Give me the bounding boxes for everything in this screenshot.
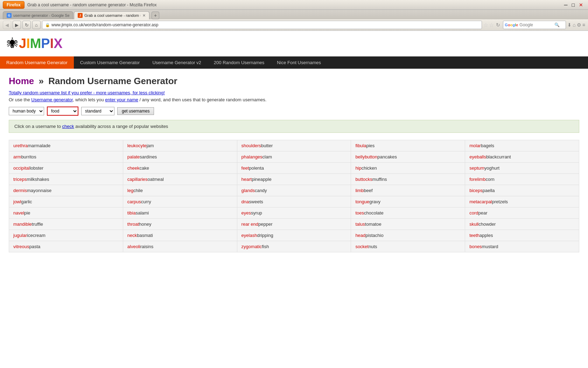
- username-cell[interactable]: zygomaticfish: [237, 241, 351, 252]
- username-cell[interactable]: rear endpepper: [237, 219, 351, 230]
- search-submit-icon[interactable]: 🔍: [554, 22, 560, 27]
- username-cell[interactable]: fibulapies: [351, 140, 465, 151]
- download-icon[interactable]: ⬇: [567, 22, 572, 28]
- nav-random-username[interactable]: Random Username Generator: [0, 56, 74, 69]
- username-generator-link[interactable]: Username generator: [31, 97, 73, 102]
- body-part-text: leg: [127, 188, 133, 193]
- username-cell[interactable]: heartpineapple: [237, 174, 351, 185]
- username-cell[interactable]: talustomatoe: [351, 219, 465, 230]
- username-cell[interactable]: urethramarmalade: [9, 140, 123, 151]
- username-cell[interactable]: alveoliraisins: [123, 241, 237, 252]
- totally-random-link[interactable]: Totally random username list if you pref…: [9, 90, 165, 95]
- get-usernames-button[interactable]: get usernames: [117, 107, 154, 115]
- username-cell[interactable]: eyessyrup: [237, 207, 351, 219]
- username-cell[interactable]: palatesardines: [123, 151, 237, 163]
- tab-jimpix[interactable]: J Grab a cool username - random user... …: [74, 11, 149, 19]
- username-cell[interactable]: limbbeef: [351, 185, 465, 196]
- food-part-text: chicken: [362, 165, 377, 171]
- username-cell[interactable]: bellybuttonpancakes: [351, 151, 465, 163]
- username-cell[interactable]: bicepspaella: [465, 185, 579, 196]
- check-availability-link[interactable]: check: [62, 124, 74, 129]
- username-cell[interactable]: glandscandy: [237, 185, 351, 196]
- food-part-text: dripping: [257, 233, 273, 238]
- username-cell[interactable]: jugularicecream: [9, 230, 123, 241]
- username-cell[interactable]: shouldersbutter: [237, 140, 351, 151]
- username-cell[interactable]: tibiasalami: [123, 207, 237, 219]
- menu-icon[interactable]: ≡: [582, 22, 585, 28]
- username-cell[interactable]: cheekcake: [123, 163, 237, 174]
- username-cell[interactable]: septumyoghurt: [465, 163, 579, 174]
- username-cell[interactable]: socketnuts: [351, 241, 465, 252]
- username-cell[interactable]: eyelashdripping: [237, 230, 351, 241]
- window-close[interactable]: ✕: [577, 2, 585, 8]
- home-icon2[interactable]: ⌂: [573, 22, 575, 28]
- username-cell[interactable]: navelpie: [9, 207, 123, 219]
- username-cell[interactable]: tonguegravy: [351, 196, 465, 207]
- username-cell[interactable]: occipitallobster: [9, 163, 123, 174]
- username-cell[interactable]: neckbasmati: [123, 230, 237, 241]
- username-cell[interactable]: capillariesoatmeal: [123, 174, 237, 185]
- search-bar[interactable]: Google 🔍: [503, 21, 566, 29]
- logo-j: J: [19, 36, 26, 51]
- back-button[interactable]: ◀: [3, 21, 11, 29]
- food-dropdown[interactable]: food colours adjectives verbs names: [47, 107, 78, 116]
- username-cell[interactable]: throathoney: [123, 219, 237, 230]
- window-maximize[interactable]: □: [570, 2, 577, 8]
- username-cell[interactable]: teethapples: [465, 230, 579, 241]
- username-cell[interactable]: phalangesclam: [237, 151, 351, 163]
- search-input[interactable]: [519, 22, 554, 27]
- username-cell[interactable]: molarbagels: [465, 140, 579, 151]
- food-part-text: pasta: [29, 244, 41, 249]
- firefox-button[interactable]: Firefox: [3, 1, 24, 9]
- nav-username-v2[interactable]: Username Generator v2: [146, 56, 207, 69]
- username-cell[interactable]: armburritos: [9, 151, 123, 163]
- username-cell[interactable]: jowlgarlic: [9, 196, 123, 207]
- food-part-text: lobster: [30, 165, 43, 171]
- username-cell[interactable]: leukocytejam: [123, 140, 237, 151]
- body-part-text: jugular: [13, 233, 27, 238]
- home-button[interactable]: ⌂: [32, 21, 41, 29]
- username-cell[interactable]: bonesmustard: [465, 241, 579, 252]
- food-part-text: pear: [478, 210, 487, 216]
- refresh-icon[interactable]: ↻: [495, 22, 502, 28]
- body-part-text: capillaries: [127, 177, 148, 182]
- username-cell[interactable]: headpistachio: [351, 230, 465, 241]
- username-cell[interactable]: metacarpalpretzels: [465, 196, 579, 207]
- username-cell[interactable]: dermismayonnaise: [9, 185, 123, 196]
- body-part-text: eyelash: [241, 233, 257, 238]
- enter-name-link[interactable]: enter your name: [105, 97, 138, 102]
- body-part-text: vitreous: [13, 244, 29, 249]
- tab-close-btn[interactable]: ✕: [142, 13, 146, 18]
- body-part-text: neck: [127, 233, 137, 238]
- reload-button[interactable]: ↻: [22, 21, 31, 29]
- forward-button[interactable]: ▶: [13, 21, 21, 29]
- username-cell[interactable]: feetpolenta: [237, 163, 351, 174]
- username-cell[interactable]: legchile: [123, 185, 237, 196]
- username-cell[interactable]: hipchicken: [351, 163, 465, 174]
- username-cell[interactable]: buttocksmuffins: [351, 174, 465, 185]
- username-cell[interactable]: toeschocolate: [351, 207, 465, 219]
- username-cell[interactable]: dnasweets: [237, 196, 351, 207]
- username-cell[interactable]: mandibletruffle: [9, 219, 123, 230]
- username-cell[interactable]: forelimbcorn: [465, 174, 579, 185]
- window-minimize[interactable]: ─: [562, 2, 570, 8]
- tab-bar: G username generator - Google Search J G…: [0, 10, 588, 19]
- body-part-dropdown[interactable]: human body animals places science sports: [9, 107, 44, 115]
- tools-icon[interactable]: ⚙: [577, 22, 581, 28]
- format-dropdown[interactable]: standard lower case upper case camel cas…: [81, 107, 114, 115]
- username-cell[interactable]: tricepsmilkshakes: [9, 174, 123, 185]
- url-bar[interactable]: 🔒 www.jimpix.co.uk/words/random-username…: [42, 21, 482, 29]
- home-breadcrumb[interactable]: Home: [9, 76, 34, 86]
- username-cell[interactable]: eyeballsblackcurrant: [465, 151, 579, 163]
- username-cell[interactable]: skullchowder: [465, 219, 579, 230]
- new-tab-button[interactable]: +: [152, 12, 159, 19]
- bookmark-star[interactable]: ☆: [483, 22, 488, 28]
- username-cell[interactable]: cordpear: [465, 207, 579, 219]
- nav-custom-username[interactable]: Custom Username Generator: [74, 56, 146, 69]
- nav-200-usernames[interactable]: 200 Random Usernames: [208, 56, 271, 69]
- bookmark-star2[interactable]: ☆: [489, 22, 494, 28]
- nav-nice-font[interactable]: Nice Font Usernames: [271, 56, 327, 69]
- username-cell[interactable]: vitreouspasta: [9, 241, 123, 252]
- tab-google-search[interactable]: G username generator - Google Search: [3, 11, 73, 19]
- username-cell[interactable]: carpuscurry: [123, 196, 237, 207]
